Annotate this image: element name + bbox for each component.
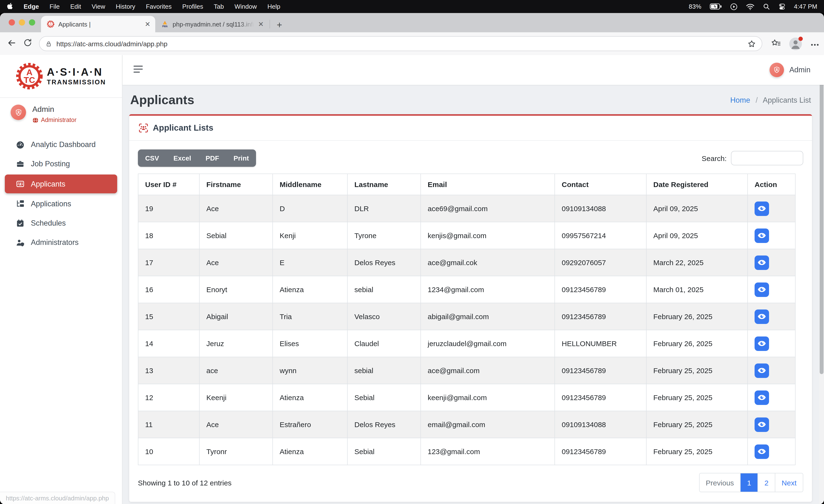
tab-title: php-myadmin.net / sql113.infini: [173, 20, 254, 28]
sidebar-toggle-icon[interactable]: [133, 65, 143, 75]
topbar-user[interactable]: Admin: [769, 63, 811, 77]
search-input[interactable]: [731, 151, 803, 165]
sidebar-item-analytic-dashboard[interactable]: Analytic Dashboard: [0, 135, 122, 154]
table-row: 14JeruzElisesClaudeljeruzclaudel@gmail.c…: [138, 330, 795, 357]
column-header-email[interactable]: Email: [421, 174, 555, 195]
menubar-items: FileEditViewHistoryFavoritesProfilesTabW…: [50, 3, 280, 10]
sidebar-item-job-posting[interactable]: Job Posting: [0, 154, 122, 174]
export-csv-button[interactable]: CSV: [138, 149, 166, 167]
control-center-icon[interactable]: [778, 3, 786, 10]
menubar-item-tab[interactable]: Tab: [214, 3, 224, 10]
page-next[interactable]: Next: [775, 473, 803, 492]
cell-email: keenji@gmail.com: [421, 384, 555, 411]
column-header-date-registered[interactable]: Date Registered: [646, 174, 747, 195]
topbar-user-label: Admin: [789, 66, 811, 74]
export-pdf-button[interactable]: PDF: [198, 149, 226, 167]
cell-firstname: Ace: [199, 249, 273, 276]
view-applicant-button[interactable]: [754, 363, 769, 378]
users-viewfinder-icon: [138, 123, 148, 133]
view-applicant-button[interactable]: [754, 309, 769, 324]
menubar-item-edit[interactable]: Edit: [70, 3, 81, 10]
view-applicant-button[interactable]: [754, 228, 769, 243]
page-2[interactable]: 2: [757, 473, 775, 492]
cell-email: kenjis@gmail.com: [421, 222, 555, 249]
sidebar-item-administrators[interactable]: Administrators: [0, 233, 122, 252]
clock[interactable]: 4:47 PM: [794, 3, 817, 10]
menubar-item-window[interactable]: Window: [234, 3, 257, 10]
page-scrollbar[interactable]: [819, 55, 824, 504]
cell-user-id: 18: [138, 222, 199, 249]
cell-middlename: Estrañero: [273, 411, 347, 438]
sidebar-item-applications[interactable]: Applications: [0, 194, 122, 214]
menubar-item-file[interactable]: File: [50, 3, 60, 10]
menubar-item-view[interactable]: View: [92, 3, 105, 10]
apple-menu-icon[interactable]: [7, 2, 13, 11]
column-header-user-id[interactable]: User ID #: [138, 174, 199, 195]
minimize-window-button[interactable]: [19, 19, 25, 25]
cell-lastname: Velasco: [347, 303, 421, 330]
cell-email: 123@gmail.com: [421, 438, 555, 465]
sidebar-menu: Analytic DashboardJob PostingApplicantsA…: [0, 129, 122, 252]
breadcrumb-home-link[interactable]: Home: [730, 96, 750, 104]
column-header-firstname[interactable]: Firstname: [199, 174, 273, 195]
column-header-lastname[interactable]: Lastname: [347, 174, 421, 195]
topbar-avatar: [769, 63, 784, 77]
table-row: 19AceDDLRace69@gmail.com09109134088April…: [138, 195, 795, 222]
page-1[interactable]: 1: [740, 473, 757, 492]
applicants-card: Applicant Lists CSVExcelPDFPrint Search:: [129, 114, 812, 502]
reload-icon[interactable]: [23, 38, 32, 49]
tab-phpmyadmin[interactable]: PMA php-myadmin.net / sql113.infini ✕: [155, 16, 269, 32]
window-controls: [9, 19, 35, 25]
macos-menubar: Edge FileEditViewHistoryFavoritesProfile…: [0, 0, 824, 13]
cell-lastname: Delos Reyes: [347, 411, 421, 438]
user-avatar[interactable]: [11, 105, 26, 120]
zoom-window-button[interactable]: [29, 19, 35, 25]
cell-lastname: sebial: [347, 276, 421, 303]
export-excel-button[interactable]: Excel: [166, 149, 198, 167]
spotlight-search-icon[interactable]: [762, 3, 770, 10]
menubar-item-favorites[interactable]: Favorites: [146, 3, 172, 10]
address-bar[interactable]: https://atc-arms.cloud/admin/app.php: [39, 36, 762, 51]
export-print-button[interactable]: Print: [226, 149, 256, 167]
column-header-middlename[interactable]: Middlename: [273, 174, 347, 195]
link-preview-statusbar: https://atc-arms.cloud/admin/app.php: [0, 492, 115, 504]
view-applicant-button[interactable]: [754, 282, 769, 297]
sidebar-item-applicants[interactable]: Applicants: [5, 175, 117, 193]
svg-text:PMA: PMA: [162, 25, 168, 28]
export-button-group: CSVExcelPDFPrint: [138, 149, 256, 167]
settings-more-icon[interactable]: [811, 39, 819, 48]
browser-profile-avatar[interactable]: [789, 37, 802, 50]
tab-applicants[interactable]: ATC Applicants | ✕: [41, 16, 155, 32]
table-row: 12KeenjiAtienzaSebialkeenji@gmail.com091…: [138, 384, 795, 411]
brand-logo[interactable]: A TC A·S·I·A·N TRANSMISSION: [0, 55, 122, 98]
column-header-contact[interactable]: Contact: [555, 174, 646, 195]
sidebar-item-label: Administrators: [31, 238, 79, 247]
sidebar-item-schedules[interactable]: Schedules: [0, 214, 122, 233]
view-applicant-button[interactable]: [754, 390, 769, 405]
close-tab-icon[interactable]: ✕: [145, 21, 150, 27]
wifi-icon[interactable]: [746, 3, 754, 10]
favorite-star-icon[interactable]: [747, 39, 756, 48]
menubar-item-profiles[interactable]: Profiles: [182, 3, 203, 10]
search-label: Search:: [702, 154, 727, 162]
view-applicant-button[interactable]: [754, 336, 769, 351]
view-applicant-button[interactable]: [754, 201, 769, 216]
battery-icon[interactable]: [710, 3, 722, 10]
scrollbar-thumb[interactable]: [820, 56, 824, 374]
menubar-item-history[interactable]: History: [116, 3, 135, 10]
view-applicant-button[interactable]: [754, 444, 769, 459]
close-window-button[interactable]: [9, 19, 15, 25]
app-frame: A TC A·S·I·A·N TRANSMISSION Admin: [0, 55, 824, 504]
view-applicant-button[interactable]: [754, 255, 769, 270]
menubar-app-name[interactable]: Edge: [24, 3, 39, 10]
back-icon[interactable]: [7, 38, 16, 49]
screen-mirroring-icon[interactable]: [730, 3, 737, 10]
menubar-item-help[interactable]: Help: [267, 3, 280, 10]
page-previous[interactable]: Previous: [700, 473, 740, 492]
new-tab-button[interactable]: +: [277, 20, 282, 29]
view-applicant-button[interactable]: [754, 417, 769, 432]
favorites-hub-icon[interactable]: [771, 38, 781, 49]
id-card-icon: [16, 179, 25, 189]
column-header-action[interactable]: Action: [747, 174, 795, 195]
close-tab-icon[interactable]: ✕: [258, 21, 264, 27]
